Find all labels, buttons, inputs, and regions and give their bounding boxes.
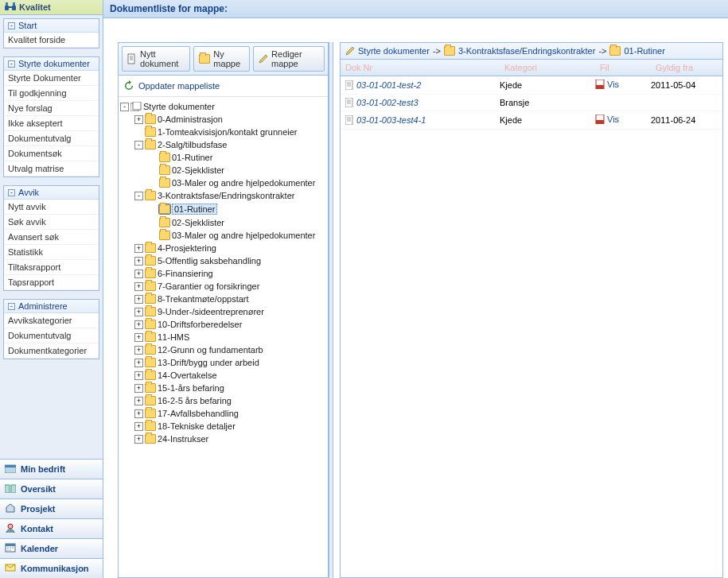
bottom-nav-item[interactable]: Prosjekt (0, 499, 103, 519)
expander-icon[interactable]: + (134, 333, 143, 342)
sidebar-link[interactable]: Utvalg matrise (4, 161, 99, 177)
sidebar-link[interactable]: Dokumentutvalg (4, 131, 99, 146)
edit-folder-button[interactable]: Rediger mappe (253, 46, 325, 72)
tree-node[interactable]: +7-Garantier og forsikringer (120, 280, 326, 293)
bottom-nav-item[interactable]: Min bedrift (0, 460, 103, 479)
sidebar-link[interactable]: Kvalitet forside (4, 33, 99, 48)
expander-icon[interactable]: + (134, 409, 143, 418)
tree-node[interactable]: +12-Grunn og fundamentarb (120, 343, 326, 356)
file-link[interactable]: Vis (595, 114, 619, 124)
toolbar: Nytt dokument Ny mappe Rediger mappe (119, 43, 328, 76)
breadcrumb-leaf[interactable]: 01-Rutiner (624, 46, 664, 56)
expander-icon[interactable]: + (134, 115, 143, 124)
tree-root[interactable]: -Styrte dokumenter (120, 100, 326, 113)
tree-node[interactable]: +4-Prosjektering (120, 242, 326, 254)
file-link[interactable]: Vis (595, 80, 619, 89)
tree-node[interactable]: +24-Instrukser (120, 433, 326, 445)
col-gyldigfra[interactable]: Gyldig fra (651, 63, 722, 72)
bottom-nav-item[interactable]: Kontakt (0, 519, 103, 539)
expander-icon[interactable]: - (120, 103, 129, 111)
collapse-icon: - (8, 22, 15, 29)
bottom-nav-item[interactable]: Kommunikasjon (0, 559, 103, 578)
sidebar-link[interactable]: Til godkjenning (4, 86, 99, 101)
expander-icon[interactable]: - (134, 141, 143, 149)
tree-node[interactable]: +14-Overtakelse (120, 369, 326, 382)
tree-node[interactable]: -2-Salg/tilbudsfase (120, 138, 326, 151)
sidebar-link[interactable]: Tapsrapport (4, 275, 99, 290)
tree-node[interactable]: +10-Driftsforberedelser (120, 318, 326, 331)
sidebar-link[interactable]: Nye forslag (4, 101, 99, 116)
expander-icon[interactable]: + (134, 371, 143, 380)
tree-node[interactable]: -3-Kontraktsfase/Endringskontrakter (120, 189, 326, 202)
panel-header[interactable]: -Styrte dokumenter (4, 57, 99, 71)
pencil-icon (259, 54, 268, 64)
expander-icon[interactable]: - (134, 192, 143, 200)
splitter[interactable] (329, 42, 333, 578)
refresh-button[interactable]: Oppdater mappeliste (119, 76, 328, 97)
sidebar-link[interactable]: Dokumentsøk (4, 146, 99, 161)
panel-header[interactable]: -Avvik (4, 186, 99, 200)
expander-icon[interactable]: + (134, 270, 143, 278)
sidebar-link[interactable]: Nytt avvik (4, 200, 99, 215)
tree-node[interactable]: +5-Offentlig saksbehandling (120, 254, 326, 267)
sidebar-title: Kvalitet (0, 0, 103, 15)
tree-node[interactable]: 01-Rutiner (120, 151, 326, 164)
side-panel: -Styrte dokumenterStyrte DokumenterTil g… (3, 56, 99, 177)
doc-link[interactable]: 03-01-002-test3 (356, 98, 419, 107)
expander-icon[interactable]: + (134, 384, 143, 393)
tree-node[interactable]: 01-Rutiner (120, 202, 326, 216)
sidebar-link[interactable]: Dokumentkategorier (4, 343, 99, 359)
panel-header[interactable]: -Administrere (4, 300, 99, 313)
tree-node[interactable]: +16-2-5 års befaring (120, 394, 326, 407)
expander-icon[interactable]: + (134, 320, 143, 329)
sidebar-link[interactable]: Styrte Dokumenter (4, 71, 99, 86)
page-icon (345, 115, 353, 125)
tree-node[interactable]: +6-Finansiering (120, 267, 326, 280)
new-document-button[interactable]: Nytt dokument (122, 46, 190, 72)
breadcrumb-root[interactable]: Styrte dokumenter (358, 46, 430, 56)
expander-icon[interactable]: + (134, 435, 143, 444)
tree-node[interactable]: +15-1-års befaring (120, 382, 326, 394)
doc-link[interactable]: 03-01-001-test-2 (356, 80, 421, 90)
tree-node[interactable]: 02-Sjekklister (120, 216, 326, 229)
sidebar-link[interactable]: Tiltaksrapport (4, 260, 99, 275)
panel-header[interactable]: -Start (4, 19, 99, 33)
col-kategori[interactable]: Kategori (500, 63, 595, 72)
sidebar-link[interactable]: Avansert søk (4, 230, 99, 245)
expander-icon[interactable]: + (134, 397, 143, 405)
sidebar-link[interactable]: Søk avvik (4, 215, 99, 230)
bottom-nav-item[interactable]: Oversikt (0, 479, 103, 499)
bottom-nav-item[interactable]: Kalender (0, 539, 103, 559)
breadcrumb-mid[interactable]: 3-Kontraktsfase/Endringskontrakter (458, 46, 595, 56)
expander-icon[interactable]: + (134, 282, 143, 291)
svg-rect-3 (6, 2, 8, 6)
folder-icon (145, 434, 156, 444)
expander-icon[interactable]: + (134, 295, 143, 304)
tree-node[interactable]: +8-Trekantmøte/oppstart (120, 293, 326, 305)
new-folder-button[interactable]: Ny mappe (193, 46, 250, 72)
sidebar-link[interactable]: Avvikskategorier (4, 313, 99, 328)
col-doknr[interactable]: Dok Nr (341, 63, 500, 72)
page-icon (345, 80, 353, 90)
tree-node[interactable]: +0-Administrasjon (120, 113, 326, 126)
tree-node[interactable]: +17-Avfallsbehandling (120, 407, 326, 420)
tree-node[interactable]: 03-Maler og andre hjelpedokumenter (120, 177, 326, 189)
expander-icon[interactable]: + (134, 422, 143, 431)
expander-icon[interactable]: + (134, 346, 143, 355)
expander-icon[interactable]: + (134, 359, 143, 367)
doc-link[interactable]: 03-01-003-test4-1 (356, 115, 426, 125)
col-fil[interactable]: Fil (595, 63, 651, 72)
expander-icon[interactable]: + (134, 257, 143, 266)
tree-node[interactable]: 03-Maler og andre hjelpedokumenter (120, 229, 326, 242)
tree-node[interactable]: +11-HMS (120, 331, 326, 343)
expander-icon[interactable]: + (134, 308, 143, 316)
tree-node[interactable]: 02-Sjekklister (120, 164, 326, 177)
tree-node[interactable]: +13-Drift/bygg under arbeid (120, 356, 326, 369)
tree-node[interactable]: +9-Under-/sideentreprenører (120, 305, 326, 318)
sidebar-link[interactable]: Dokumentutvalg (4, 328, 99, 343)
sidebar-link[interactable]: Statistikk (4, 245, 99, 260)
sidebar-link[interactable]: Ikke akseptert (4, 116, 99, 131)
tree-node[interactable]: 1-Tomteakvisisjon/kontakt grunneier (120, 126, 326, 138)
tree-node[interactable]: +18-Tekniske detaljer (120, 420, 326, 433)
expander-icon[interactable]: + (134, 244, 143, 253)
